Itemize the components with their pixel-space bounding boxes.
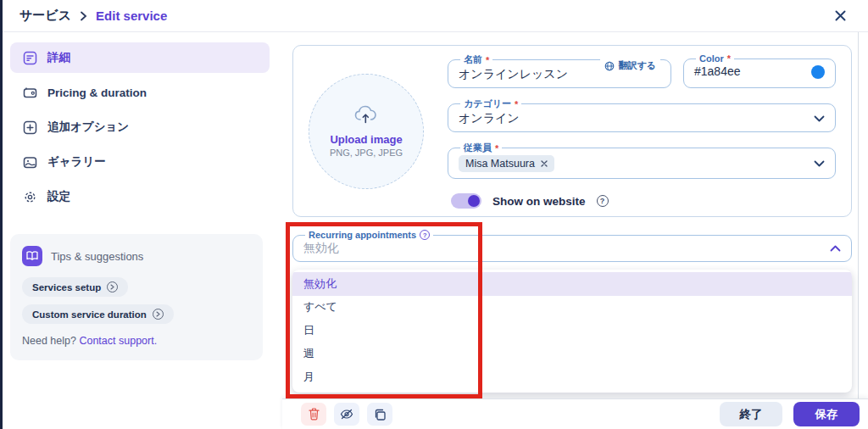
- tips-title: Tips & suggestions: [51, 250, 143, 263]
- header: サービス Edit service: [3, 0, 868, 32]
- sidebar-item-label: ギャラリー: [47, 154, 106, 170]
- cloud-upload-icon: [353, 104, 379, 128]
- required-mark: *: [486, 55, 489, 65]
- breadcrumb-services[interactable]: サービス: [19, 8, 71, 24]
- translate-button[interactable]: 翻訳する: [600, 59, 660, 72]
- copy-icon: [374, 409, 386, 421]
- upload-image-dropzone[interactable]: Upload image PNG, JPG, JPEG: [309, 74, 424, 189]
- staff-label: 従業員: [464, 142, 492, 154]
- name-field[interactable]: 名前* 翻訳する オンラインレッスン: [448, 53, 671, 88]
- translate-label: 翻訳する: [618, 59, 656, 72]
- color-field[interactable]: Color* #1a84ee: [683, 53, 836, 88]
- sidebar-item-settings[interactable]: 設定: [10, 181, 270, 212]
- help-line: Need help? Contact support.: [22, 335, 251, 347]
- gallery-icon: [22, 154, 37, 170]
- delete-service-button[interactable]: [301, 403, 326, 426]
- option-month[interactable]: 月: [292, 365, 852, 389]
- option-all[interactable]: すべて: [292, 296, 852, 320]
- recurring-value: 無効化: [303, 241, 339, 255]
- help-circle-icon[interactable]: ?: [420, 230, 430, 240]
- save-button[interactable]: 保存: [793, 402, 860, 426]
- chip-remove-icon[interactable]: [541, 160, 548, 167]
- close-button[interactable]: 終了: [720, 402, 782, 426]
- settings-icon: [22, 189, 37, 204]
- chevron-right-circle-icon: [153, 309, 164, 320]
- footer: 終了 保存: [282, 398, 868, 429]
- sidebar-item-label: 追加オプション: [47, 120, 129, 135]
- category-value: オンライン: [459, 111, 520, 125]
- show-on-website-toggle[interactable]: [451, 193, 481, 209]
- sidebar-item-pricing-duration[interactable]: Pricing & duration: [10, 77, 270, 108]
- breadcrumb: サービス Edit service: [19, 8, 167, 24]
- color-value[interactable]: #1a84ee: [694, 64, 741, 79]
- sidebar-item-gallery[interactable]: ギャラリー: [10, 147, 270, 177]
- trash-icon: [309, 408, 320, 421]
- service-details-card: Upload image PNG, JPG, JPEG 名前* 翻訳する オンラ…: [292, 45, 852, 217]
- category-field[interactable]: カテゴリー* オンライン: [448, 98, 836, 132]
- option-disabled[interactable]: 無効化: [292, 272, 852, 296]
- chevron-down-icon[interactable]: [814, 115, 825, 122]
- details-icon: [22, 50, 37, 65]
- chevron-right-icon: [80, 11, 87, 21]
- required-mark: *: [727, 53, 731, 64]
- eye-off-icon: [340, 409, 353, 420]
- sidebar-item-label: Pricing & duration: [47, 86, 147, 99]
- upload-image-title: Upload image: [330, 133, 402, 146]
- tips-link-label: Services setup: [32, 282, 101, 292]
- tips-link-custom-duration[interactable]: Custom service duration: [22, 304, 174, 324]
- tips-panel: Tips & suggestions Services setup Custom…: [10, 234, 263, 360]
- duplicate-service-button[interactable]: [367, 403, 392, 426]
- main-content: Upload image PNG, JPG, JPEG 名前* 翻訳する オンラ…: [292, 45, 852, 262]
- recurring-label: Recurring appointments: [309, 230, 416, 240]
- option-day[interactable]: 日: [292, 319, 852, 343]
- option-week[interactable]: 週: [292, 343, 852, 366]
- window-edge: [0, 0, 3, 429]
- color-label: Color: [699, 53, 724, 64]
- category-label: カテゴリー: [464, 98, 511, 110]
- name-label: 名前: [464, 53, 482, 66]
- required-mark: *: [515, 99, 518, 109]
- required-mark: *: [495, 143, 498, 153]
- book-icon: [22, 246, 42, 266]
- tips-link-services-setup[interactable]: Services setup: [22, 277, 128, 297]
- add-options-icon: [22, 120, 37, 135]
- show-on-website-label: Show on website: [492, 195, 586, 208]
- upload-image-formats: PNG, JPG, JPEG: [330, 148, 403, 158]
- sidebar: 詳細 Pricing & duration 追加オプション ギャラリー 設定 T…: [10, 42, 270, 360]
- help-circle-icon[interactable]: ?: [597, 195, 609, 207]
- close-icon[interactable]: [829, 5, 851, 27]
- hide-service-button[interactable]: [334, 403, 359, 426]
- globe-icon: [604, 61, 615, 71]
- chevron-up-icon[interactable]: [830, 245, 841, 252]
- color-swatch[interactable]: [811, 65, 825, 79]
- tips-link-label: Custom service duration: [32, 309, 147, 320]
- staff-chip: Misa Matsuura: [459, 155, 554, 172]
- contact-support-link[interactable]: Contact support.: [79, 335, 157, 347]
- sidebar-item-label: 設定: [47, 189, 70, 204]
- chevron-right-circle-icon: [107, 281, 118, 292]
- panel-divider: [858, 32, 859, 429]
- chevron-down-icon[interactable]: [814, 160, 825, 167]
- need-help-text: Need help?: [22, 335, 76, 347]
- staff-field[interactable]: 従業員* Misa Matsuura: [448, 142, 836, 179]
- breadcrumb-edit-service: Edit service: [96, 8, 167, 23]
- staff-chip-label: Misa Matsuura: [465, 158, 535, 170]
- sidebar-item-add-options[interactable]: 追加オプション: [10, 112, 270, 142]
- sidebar-item-label: 詳細: [47, 50, 70, 65]
- sidebar-item-details[interactable]: 詳細: [10, 42, 270, 73]
- recurring-options-dropdown: 無効化 すべて 日 週 月: [292, 270, 852, 393]
- pricing-icon: [22, 85, 37, 100]
- recurring-appointments-select[interactable]: Recurring appointments ? 無効化: [292, 230, 852, 262]
